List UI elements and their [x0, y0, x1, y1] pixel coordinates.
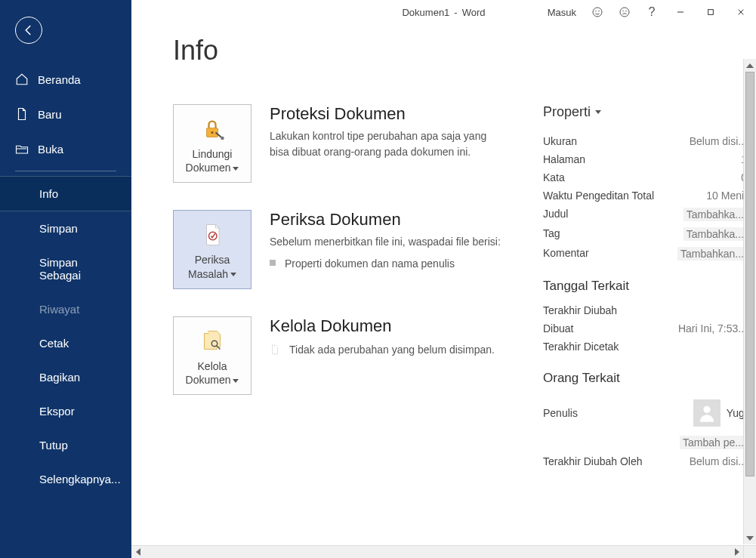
prop-row-last-modified-by: Terakhir Diubah Oleh Belum disi... — [543, 452, 747, 470]
prop-row-comment: Komentar Tambahkan... — [543, 244, 747, 264]
nav-divider — [15, 171, 116, 171]
nav-label: Bagikan — [39, 371, 80, 384]
nav-label: Cetak — [39, 337, 69, 350]
person-icon — [696, 402, 717, 424]
nav-new[interactable]: Baru — [0, 97, 131, 131]
btn-label-line1: Kelola — [198, 360, 227, 372]
people-header: Orang Terkait — [543, 371, 747, 386]
svg-point-4 — [623, 11, 624, 11]
inspect-bullet: Properti dokumen dan nama penulis — [270, 256, 505, 272]
back-button[interactable] — [15, 17, 42, 44]
prop-label: Dibuat — [543, 322, 573, 334]
maximize-icon — [705, 6, 717, 18]
nav-info[interactable]: Info — [0, 176, 131, 211]
scroll-left-button[interactable] — [131, 546, 144, 558]
manage-status: Tidak ada perubahan yang belum disimpan. — [270, 342, 505, 358]
add-author-input[interactable]: Tambah pe... — [680, 436, 747, 449]
avatar — [693, 399, 721, 427]
nav-label: Simpan Sebagai — [39, 256, 116, 282]
scroll-up-button[interactable] — [744, 59, 756, 72]
svg-point-2 — [599, 11, 600, 11]
nav-label: Beranda — [38, 73, 81, 86]
horizontal-scrollbar[interactable] — [131, 545, 743, 558]
close-button[interactable] — [726, 0, 756, 24]
svg-point-3 — [620, 8, 629, 17]
comment-input[interactable]: Tambahkan... — [677, 247, 747, 261]
prop-row-edit-time: Waktu Pengeditan Total 10 Menit — [543, 187, 747, 205]
prop-row-pages: Halaman 1 — [543, 150, 747, 168]
protect-document-button[interactable]: Lindungi Dokumen — [173, 104, 251, 183]
lock-icon — [199, 116, 226, 143]
scroll-track[interactable] — [144, 546, 730, 558]
prop-row-words: Kata 0 — [543, 168, 747, 187]
prop-row-tag: Tag Tambahka... — [543, 224, 747, 244]
nav-close[interactable]: Tutup — [0, 428, 131, 462]
prop-row-title: Judul Tambahka... — [543, 205, 747, 224]
nav-more[interactable]: Selengkapnya... — [0, 462, 131, 496]
nav-label: Baru — [38, 108, 62, 121]
smile-icon — [591, 6, 603, 18]
chevron-down-icon — [233, 379, 239, 383]
manage-document-button[interactable]: Kelola Dokumen — [173, 316, 251, 395]
tag-input[interactable]: Tambahka... — [683, 227, 747, 241]
feedback-happy-button[interactable] — [584, 0, 611, 24]
svg-rect-7 — [708, 10, 714, 15]
chevron-down-icon — [595, 110, 601, 114]
prop-row-author: Penulis Yugi — [543, 393, 747, 433]
inspect-desc: Sebelum menerbitkan file ini, waspadai f… — [270, 234, 505, 250]
btn-label-line2: Dokumen — [186, 374, 231, 386]
feedback-sad-button[interactable] — [611, 0, 638, 24]
nav-save-as[interactable]: Simpan Sebagai — [0, 245, 131, 292]
nav-share[interactable]: Bagikan — [0, 360, 131, 394]
help-button[interactable]: ? — [638, 0, 665, 24]
main-area: Dokumen1 - Word Masuk — [131, 0, 756, 558]
nav-open[interactable]: Buka — [0, 131, 131, 166]
nav-label: Riwayat — [39, 303, 79, 316]
nav-label: Simpan — [39, 222, 78, 235]
info-page: Info — [131, 24, 756, 558]
manage-title: Kelola Dokumen — [270, 316, 505, 336]
maximize-button[interactable] — [696, 0, 726, 24]
check-issues-button[interactable]: Periksa Masalah — [173, 210, 251, 288]
triangle-down-icon — [746, 536, 754, 541]
scroll-right-button[interactable] — [730, 546, 743, 558]
manage-section: Kelola Dokumen Kelola Dokumen — [173, 316, 505, 395]
signin-link[interactable]: Masuk — [540, 7, 584, 18]
manage-desc: Tidak ada perubahan yang belum disimpan. — [289, 342, 495, 358]
prop-label: Ukuran — [543, 135, 577, 147]
frown-icon — [619, 6, 631, 18]
prop-label: Terakhir Dicetak — [543, 341, 619, 353]
prop-label: Waktu Pengeditan Total — [543, 190, 654, 202]
nav-save[interactable]: Simpan — [0, 211, 131, 245]
nav-label: Ekspor — [39, 405, 75, 418]
nav-export[interactable]: Ekspor — [0, 394, 131, 428]
folder-open-icon — [15, 142, 29, 156]
scroll-track[interactable] — [744, 72, 756, 532]
nav-history: Riwayat — [0, 292, 131, 326]
nav-label: Selengkapnya... — [39, 473, 121, 486]
prop-row-last-printed: Terakhir Dicetak — [543, 338, 747, 356]
scroll-down-button[interactable] — [744, 532, 756, 544]
prop-value: Hari Ini, 7:53... — [678, 322, 747, 334]
prop-row-add-author: Tambah pe... — [543, 433, 747, 452]
minimize-button[interactable] — [665, 0, 696, 24]
prop-value: Belum disi... — [690, 135, 747, 147]
svg-point-5 — [626, 11, 627, 11]
prop-label: Terakhir Diubah Oleh — [543, 455, 643, 467]
vertical-scrollbar[interactable] — [743, 59, 756, 544]
properties-dropdown[interactable]: Properti — [543, 104, 601, 120]
nav-print[interactable]: Cetak — [0, 326, 131, 360]
nav-home[interactable]: Beranda — [0, 62, 131, 97]
prop-label: Komentar — [543, 247, 589, 261]
app-name: Word — [462, 7, 486, 18]
scroll-thumb[interactable] — [745, 72, 754, 476]
prop-label: Tag — [543, 227, 560, 241]
nav-label: Tutup — [39, 439, 68, 452]
title-input[interactable]: Tambahka... — [683, 208, 747, 221]
triangle-left-icon — [136, 548, 140, 556]
manage-doc-icon — [199, 328, 226, 355]
bullet-icon — [270, 260, 276, 266]
help-icon: ? — [649, 5, 656, 19]
backstage-sidebar: Beranda Baru Buka Info Simpan Simpan Seb… — [0, 0, 131, 558]
protect-desc: Lakukan kontrol tipe perubahan apa saja … — [270, 128, 505, 160]
